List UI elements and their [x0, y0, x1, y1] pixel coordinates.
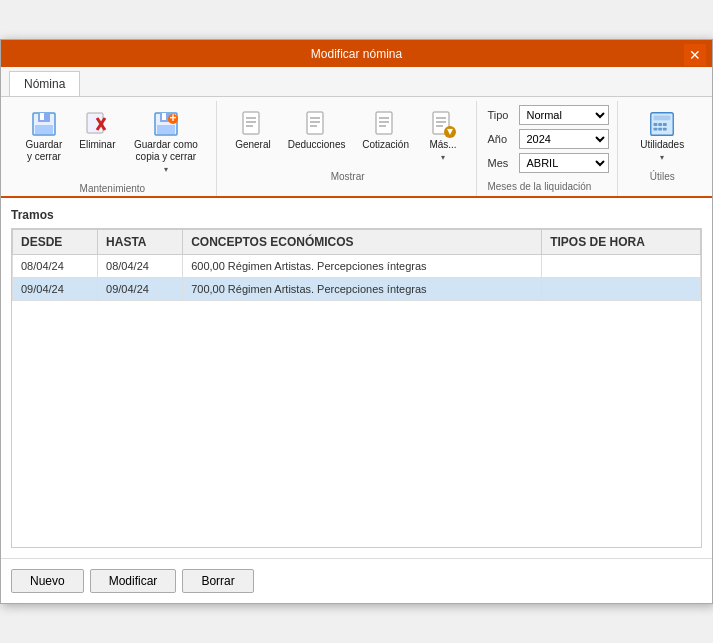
anio-row: Año 2022 2023 2024 2025 [487, 129, 609, 149]
ribbon-mostrar-buttons: General Deducciones [229, 105, 467, 167]
tipo-select[interactable]: Normal Complementaria Especial [519, 105, 609, 125]
mas-icon: ▾ [428, 109, 458, 139]
col-hasta: HASTA [98, 230, 183, 255]
utiles-label: Útiles [650, 171, 675, 182]
general-icon [238, 109, 268, 139]
cell-desde: 08/04/24 [13, 255, 98, 278]
tramos-table: DESDE HASTA CONCEPTOS ECONÓMICOS TIPOS D… [12, 229, 701, 301]
cotizacion-button[interactable]: Cotización [356, 105, 416, 155]
svg-text:▾: ▾ [447, 124, 453, 138]
col-conceptos: CONCEPTOS ECONÓMICOS [183, 230, 542, 255]
mes-label: Mes [487, 157, 515, 169]
utilidades-button[interactable]: Utilidades ▾ [630, 105, 694, 167]
title-bar: Modificar nómina ✕ [1, 40, 712, 67]
tipo-row: Tipo Normal Complementaria Especial [487, 105, 609, 125]
svg-rect-2 [40, 113, 44, 120]
anio-label: Año [487, 133, 515, 145]
window-title: Modificar nómina [311, 47, 402, 61]
general-label: General [235, 139, 271, 151]
col-desde: DESDE [13, 230, 98, 255]
deducciones-button[interactable]: Deducciones [281, 105, 351, 155]
anio-select[interactable]: 2022 2023 2024 2025 [519, 129, 609, 149]
mas-label: Más... ▾ [426, 139, 459, 163]
table-row[interactable]: 08/04/24 08/04/24 600,00 Régimen Artista… [13, 255, 701, 278]
guardar-copia-label: Guardar comocopia y cerrar ▾ [133, 139, 199, 175]
mes-select[interactable]: ENEROFEBREROMARZO ABRILMAYOJUNIO JULIOAG… [519, 153, 609, 173]
svg-rect-10 [157, 125, 175, 134]
table-wrapper: DESDE HASTA CONCEPTOS ECONÓMICOS TIPOS D… [11, 228, 702, 548]
cell-tipo-hora [542, 255, 701, 278]
modificar-button[interactable]: Modificar [90, 569, 177, 593]
nuevo-button[interactable]: Nuevo [11, 569, 84, 593]
svg-rect-33 [654, 123, 658, 126]
tab-bar: Nómina [1, 67, 712, 97]
utilidades-label: Utilidades ▾ [637, 139, 687, 163]
svg-rect-13 [243, 112, 259, 134]
svg-rect-34 [658, 123, 662, 126]
cotizacion-label: Cotización [362, 139, 409, 151]
close-button[interactable]: ✕ [684, 44, 706, 66]
mostrar-label: Mostrar [331, 171, 365, 182]
tab-nomina[interactable]: Nómina [9, 71, 80, 96]
svg-rect-32 [654, 116, 671, 121]
ribbon-mantenimiento-buttons: Guardary cerrar Eliminar [19, 105, 206, 179]
svg-rect-9 [162, 113, 166, 120]
content-area: Tramos DESDE HASTA CONCEPTOS ECONÓMICOS … [1, 198, 712, 558]
cell-desde: 09/04/24 [13, 278, 98, 301]
guardar-copia-button[interactable]: + Guardar comocopia y cerrar ▾ [126, 105, 206, 179]
general-button[interactable]: General [229, 105, 278, 155]
section-label: Tramos [11, 208, 702, 222]
table-header-row: DESDE HASTA CONCEPTOS ECONÓMICOS TIPOS D… [13, 230, 701, 255]
cotizacion-icon [371, 109, 401, 139]
save-icon [29, 109, 59, 139]
cell-hasta: 08/04/24 [98, 255, 183, 278]
svg-text:+: + [169, 111, 176, 125]
guardar-label: Guardary cerrar [26, 139, 63, 163]
svg-rect-21 [376, 112, 392, 134]
meses-label: Meses de la liquidación [487, 181, 609, 192]
ribbon: Guardary cerrar Eliminar [1, 97, 712, 198]
eliminar-label: Eliminar [79, 139, 115, 151]
svg-rect-38 [663, 128, 667, 131]
ribbon-fields-group: Tipo Normal Complementaria Especial Año … [479, 101, 618, 196]
delete-icon [82, 109, 112, 139]
mantenimiento-label: Mantenimiento [80, 183, 146, 194]
svg-rect-3 [35, 125, 53, 134]
borrar-button[interactable]: Borrar [182, 569, 253, 593]
bottom-bar: Nuevo Modificar Borrar [1, 558, 712, 603]
mes-row: Mes ENEROFEBREROMARZO ABRILMAYOJUNIO JUL… [487, 153, 609, 173]
svg-rect-17 [307, 112, 323, 134]
cell-hasta: 09/04/24 [98, 278, 183, 301]
ribbon-utils-group: Utilidades ▾ Útiles [620, 101, 704, 196]
eliminar-button[interactable]: Eliminar [73, 105, 122, 155]
main-window: Modificar nómina ✕ Nómina [0, 39, 713, 604]
mas-button[interactable]: ▾ Más... ▾ [419, 105, 466, 167]
svg-rect-37 [658, 128, 662, 131]
cell-concepto: 600,00 Régimen Artistas. Percepciones ín… [183, 255, 542, 278]
deducciones-label: Deducciones [288, 139, 346, 151]
cell-tipo-hora [542, 278, 701, 301]
svg-rect-36 [654, 128, 658, 131]
ribbon-group-mostrar: General Deducciones [219, 101, 478, 196]
cell-concepto: 700,00 Régimen Artistas. Percepciones ín… [183, 278, 542, 301]
svg-rect-35 [663, 123, 667, 126]
save-copy-icon: + [151, 109, 181, 139]
tipo-label: Tipo [487, 109, 515, 121]
ribbon-group-mantenimiento: Guardary cerrar Eliminar [9, 101, 217, 196]
deducciones-icon [302, 109, 332, 139]
col-tipos: TIPOS DE HORA [542, 230, 701, 255]
guardar-button[interactable]: Guardary cerrar [19, 105, 69, 167]
table-row[interactable]: 09/04/24 09/04/24 700,00 Régimen Artista… [13, 278, 701, 301]
calculator-icon [647, 109, 677, 139]
